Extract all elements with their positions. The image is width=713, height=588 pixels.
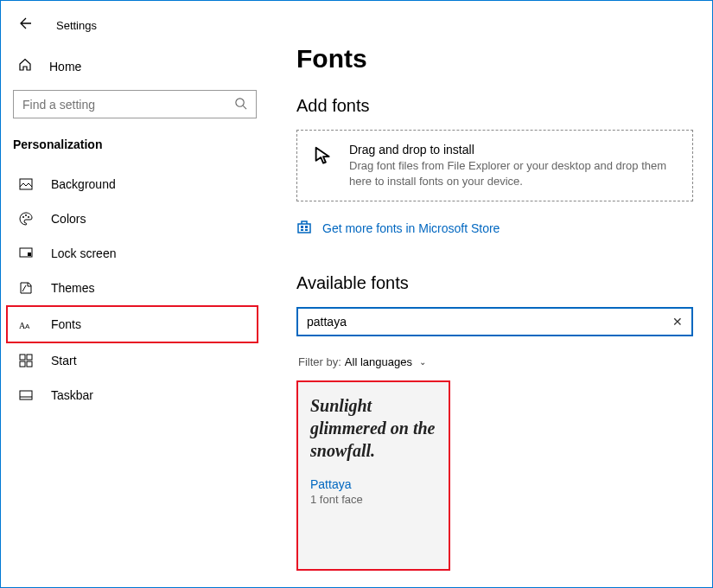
settings-search-input[interactable] [22,98,234,112]
store-link-label: Get more fonts in Microsoft Store [322,221,500,235]
sidebar-item-label: Lock screen [51,246,116,260]
chevron-down-icon: ⌄ [419,357,426,367]
filter-dropdown[interactable]: Filter by: All languages ⌄ [296,355,693,368]
font-face-count: 1 font face [310,493,436,506]
picture-icon [18,177,34,191]
home-link[interactable]: Home [1,58,269,90]
svg-point-0 [236,98,244,105]
title-row: Settings [1,16,269,58]
sidebar-item-label: Colors [51,212,86,226]
home-label: Home [49,60,81,74]
font-name: Pattaya [310,477,436,491]
svg-rect-14 [20,391,32,399]
page-title: Fonts [296,44,693,74]
svg-line-1 [243,105,246,109]
svg-rect-17 [305,226,308,228]
sidebar-item-taskbar[interactable]: Taskbar [1,378,258,412]
store-icon [296,219,312,237]
sidebar-item-start[interactable]: Start [1,343,258,378]
svg-rect-11 [27,355,32,360]
sidebar: Settings Home Personalization Background [1,1,269,587]
available-fonts-heading: Available fonts [296,273,693,293]
svg-text:A: A [25,323,30,330]
sidebar-item-background[interactable]: Background [1,167,258,201]
svg-rect-13 [27,361,32,367]
svg-rect-12 [20,361,25,367]
taskbar-icon [18,388,34,402]
dropzone-text: Drag and drop to install Drag font files… [349,143,678,189]
font-search-box[interactable]: ✕ [296,307,693,336]
sidebar-item-label: Fonts [51,317,81,331]
main-content: Fonts Add fonts Drag and drop to install… [269,1,712,587]
sidebar-item-label: Themes [51,281,95,295]
back-arrow-icon[interactable] [18,16,32,34]
drag-drop-icon [311,143,337,173]
search-icon [234,97,247,112]
start-icon [18,354,34,368]
font-card-pattaya[interactable]: Sunlight glimmered on the snowfall. Patt… [296,380,450,571]
lock-screen-icon [18,246,34,260]
svg-point-5 [28,216,29,218]
sidebar-item-label: Background [51,177,116,191]
sidebar-item-label: Start [51,354,77,368]
filter-value: All languages [345,355,412,368]
sidebar-item-fonts[interactable]: AA Fonts [6,305,258,343]
dropzone-description: Drag font files from File Explorer or yo… [349,158,678,189]
font-search-input[interactable] [307,315,672,329]
settings-search-box[interactable] [13,90,257,118]
filter-label: Filter by: [298,355,341,368]
clear-search-icon[interactable]: ✕ [672,315,683,329]
palette-icon [18,212,34,226]
svg-rect-19 [305,229,308,231]
store-link[interactable]: Get more fonts in Microsoft Store [296,219,693,237]
sidebar-item-themes[interactable]: Themes [1,271,258,305]
svg-rect-2 [20,179,32,189]
settings-title: Settings [56,19,97,32]
svg-point-3 [22,216,24,218]
fonts-icon: AA [18,317,34,331]
sidebar-item-lock-screen[interactable]: Lock screen [1,236,258,271]
svg-rect-18 [301,229,303,231]
home-icon [18,58,32,74]
font-sample-text: Sunlight glimmered on the snowfall. [310,394,436,462]
add-fonts-heading: Add fonts [296,96,693,116]
sidebar-item-label: Taskbar [51,388,93,402]
svg-rect-16 [301,226,303,228]
svg-rect-7 [28,252,31,256]
svg-rect-10 [20,355,25,360]
themes-icon [18,281,34,295]
dropzone-title: Drag and drop to install [349,143,678,157]
svg-point-4 [25,214,27,216]
category-label: Personalization [1,137,269,167]
sidebar-item-colors[interactable]: Colors [1,201,258,236]
font-dropzone[interactable]: Drag and drop to install Drag font files… [296,130,693,201]
